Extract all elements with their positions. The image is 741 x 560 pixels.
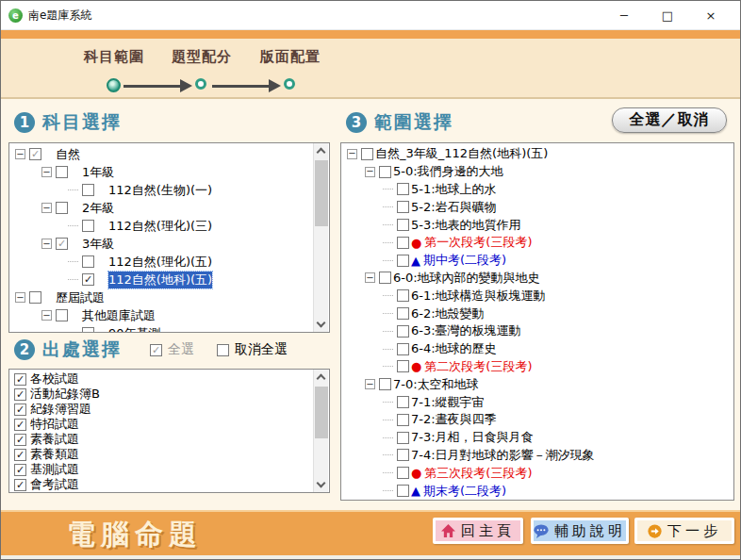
tree-item[interactable]: 112自然(生物)(一) [13, 181, 312, 199]
tree-item[interactable]: ●第二次段考(三段考) [345, 358, 732, 376]
checkbox[interactable] [56, 238, 68, 250]
checkbox[interactable] [56, 309, 68, 321]
expander-minus-icon[interactable]: − [365, 379, 375, 389]
scroll-down-icon[interactable] [317, 319, 326, 328]
tree-item[interactable]: −1年級 [13, 163, 312, 181]
tree-item[interactable]: ▲期末考(二段考) [345, 482, 732, 500]
source-list-item[interactable]: 紀錄簿習題 [11, 402, 312, 417]
tree-item[interactable]: 7-4:日月對地球的影響－潮汐現象 [345, 447, 732, 465]
source-list-item[interactable]: 基測試題 [11, 462, 312, 477]
close-button[interactable]: × [689, 1, 733, 29]
checkbox[interactable] [397, 219, 409, 231]
expander-minus-icon[interactable]: − [15, 149, 25, 159]
checkbox[interactable] [397, 289, 409, 302]
step-dot-icon[interactable] [284, 78, 295, 90]
tree-item[interactable]: −2年級 [13, 199, 312, 217]
scroll-up-icon[interactable] [317, 148, 326, 157]
checkbox[interactable] [397, 396, 409, 408]
checkbox[interactable] [29, 291, 41, 304]
tree-item[interactable]: −7-0:太空和地球 [345, 375, 732, 393]
checkbox[interactable] [82, 220, 94, 232]
checkbox[interactable] [397, 414, 409, 426]
checkbox[interactable] [397, 485, 409, 497]
home-button[interactable]: 回主頁 [433, 518, 523, 544]
checkbox[interactable] [397, 307, 409, 320]
toggle-select-all-button[interactable]: 全選／取消 [612, 107, 727, 133]
checkbox[interactable] [56, 166, 68, 178]
tree-item[interactable]: 112自然(理化)(三) [13, 217, 312, 235]
expander-minus-icon[interactable]: − [365, 167, 375, 177]
scrollbar-thumb[interactable] [315, 387, 328, 438]
checkbox[interactable] [397, 325, 409, 338]
help-button[interactable]: 輔助說明 [531, 518, 629, 544]
tree-item[interactable]: −其他題庫試題 [13, 306, 312, 324]
scroll-down-icon[interactable] [317, 479, 326, 488]
tree-item[interactable]: −自然_3年級_112自然(地科)(五) [345, 145, 732, 163]
checkbox[interactable] [397, 432, 409, 444]
tree-item[interactable]: 7-2:晝夜與四季 [345, 411, 732, 429]
checkbox[interactable] [379, 166, 391, 178]
subject-tree-scrollbar[interactable] [313, 143, 328, 332]
scrollbar-thumb[interactable] [315, 160, 328, 226]
tree-item[interactable]: −5-0:我們身邊的大地 [345, 163, 732, 181]
expander-minus-icon[interactable]: − [15, 292, 25, 303]
checkbox[interactable] [397, 183, 409, 195]
tree-item[interactable]: 7-1:縱觀宇宙 [345, 393, 732, 411]
checkbox[interactable] [14, 434, 26, 446]
checkbox[interactable] [397, 201, 409, 213]
checkbox[interactable] [14, 404, 26, 416]
tree-item[interactable]: 7-3:月相，日食與月食 [345, 429, 732, 447]
tree-item[interactable]: −6-0:地球內部的變動與地史 [345, 270, 732, 288]
checkbox[interactable] [397, 255, 409, 267]
tree-item[interactable]: 90年基測 [13, 324, 312, 333]
scroll-up-icon[interactable] [317, 374, 326, 384]
tree-item[interactable]: ●第三次段考(三段考) [345, 464, 732, 482]
tree-item[interactable]: ●第一次段考(三段考) [345, 234, 732, 252]
source-list-item[interactable]: 特招試題 [11, 417, 312, 432]
tree-item[interactable]: 6-1:地球構造與板塊運動 [345, 287, 732, 305]
source-list-item[interactable]: 素養類題 [11, 447, 312, 462]
checkbox[interactable] [82, 327, 94, 333]
checkbox[interactable] [397, 237, 409, 249]
source-list-item[interactable]: 會考試題 [11, 477, 312, 492]
checkbox[interactable] [14, 464, 26, 476]
tree-item[interactable]: −歷屆試題 [13, 288, 312, 306]
expander-minus-icon[interactable]: − [365, 272, 375, 283]
checkbox[interactable] [397, 449, 409, 461]
source-list-item[interactable]: 素養試題 [11, 432, 312, 447]
checkbox[interactable] [14, 388, 26, 401]
checkbox[interactable] [82, 273, 94, 286]
tree-item[interactable]: 6-2:地殼變動 [345, 305, 732, 322]
checkbox[interactable] [397, 343, 409, 355]
tree-item[interactable]: 5-1:地球上的水 [345, 181, 732, 199]
step-dot-icon[interactable] [195, 78, 206, 90]
checkbox[interactable] [379, 378, 391, 390]
checkbox[interactable] [14, 373, 26, 386]
tree-item[interactable]: −自然 [13, 145, 312, 163]
maximize-button[interactable]: □ [646, 1, 689, 29]
tree-item[interactable]: 112自然(地科)(五) [13, 271, 312, 288]
checkbox[interactable] [379, 272, 391, 284]
source-list-item[interactable]: 各校試題 [11, 371, 312, 387]
checkbox[interactable] [14, 419, 26, 431]
tree-item[interactable]: ▲期中考(二段考) [345, 252, 732, 270]
tree-item[interactable]: 6-4:地球的歷史 [345, 340, 732, 358]
deselect-all-checkbox[interactable] [217, 344, 229, 356]
expander-minus-icon[interactable]: − [41, 167, 52, 177]
tree-item[interactable]: −3年級 [13, 235, 312, 253]
checkbox[interactable] [82, 255, 94, 268]
tree-item[interactable]: 112自然(理化)(五) [13, 253, 312, 271]
checkbox[interactable] [397, 360, 409, 372]
checkbox[interactable] [29, 148, 41, 160]
checkbox[interactable] [82, 184, 94, 196]
expander-minus-icon[interactable]: − [41, 239, 52, 249]
expander-minus-icon[interactable]: − [41, 203, 52, 213]
expander-minus-icon[interactable]: − [347, 149, 357, 159]
expander-minus-icon[interactable]: − [41, 310, 52, 321]
source-list-scrollbar[interactable] [313, 370, 328, 492]
checkbox[interactable] [56, 202, 68, 214]
checkbox[interactable] [361, 148, 373, 160]
checkbox[interactable] [14, 449, 26, 461]
next-step-button[interactable]: 下一步 [634, 518, 734, 544]
tree-item[interactable]: 5-3:地表的地質作用 [345, 216, 732, 234]
